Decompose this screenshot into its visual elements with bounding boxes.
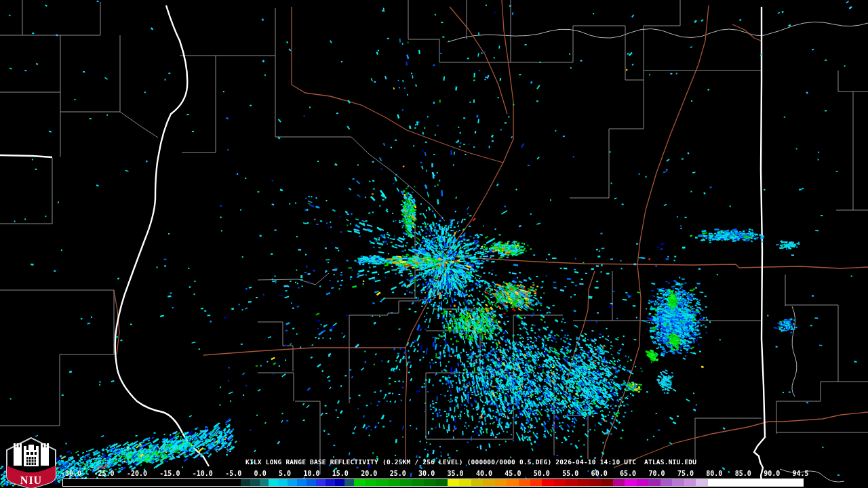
colorbar-segment [424,479,436,486]
colorbar-segment [507,479,519,486]
colorbar-segment [589,479,601,486]
colorbar-tick-label: 35.0 [448,470,464,477]
colorbar-segment [660,479,673,486]
colorbar-tick-label: 65.0 [620,470,636,477]
colorbar-tick-label: -30.0 [61,470,81,477]
colorbar-segment [63,479,241,486]
colorbar-tick-label: 15.0 [332,470,349,477]
colorbar-tick-label: -15.0 [159,470,180,477]
niu-logo: NIU [1,435,62,488]
colorbar-segment [471,479,484,486]
colorbar-tick-label: 10.0 [303,470,319,477]
colorbar-tick-labels: -30.0-25.0-20.0-15.0-10.0-5.00.05.010.01… [61,470,809,477]
colorbar-segment [625,479,637,486]
colorbar-segment [495,479,507,486]
colorbar-segment [412,479,425,486]
colorbar-tick-label: 50.0 [534,470,550,477]
colorbar-segment [260,479,269,486]
radar-echo-layer [0,0,868,488]
colorbar-tick-label: 70.0 [648,470,665,477]
colorbar-tick-label: -25.0 [94,470,114,477]
colorbar-segment [601,479,614,486]
colorbar-tick-label: 40.0 [476,470,492,477]
colorbar-segment [448,479,460,486]
niu-shield: NIU [7,438,56,488]
colorbar-tick-label: 80.0 [706,470,722,477]
colorbar-tick-label: 94.5 [793,470,809,477]
colorbar-segment [483,479,495,486]
radar-display: KILX LONG RANGE BASE REFLECTIVITY (0.25K… [0,0,868,488]
colorbar-tick-label: 60.0 [591,470,608,477]
colorbar-tick-label: 45.0 [505,470,521,477]
colorbar-segment [365,479,377,486]
colorbar-tick-label: -20.0 [127,470,147,477]
colorbar-tick-label: 85.0 [735,470,751,477]
colorbar-segment [269,479,278,486]
colorbar-segment [241,479,250,486]
colorbar-segment [613,479,625,486]
colorbar-segment [376,479,389,486]
colorbar-tick-label: -10.0 [193,470,213,477]
colorbar-segment [708,479,804,486]
colorbar-segment [297,479,307,486]
colorbar-segment [400,479,412,486]
colorbar-tick-label: 20.0 [361,470,377,477]
colorbar-tick-label: 55.0 [562,470,578,477]
colorbar-segment [530,479,542,486]
colorbar-segment [578,479,590,486]
colorbar-tick-label: 25.0 [390,470,406,477]
colorbar-segment [316,479,326,486]
colorbar-tick-label: 0.0 [254,470,267,477]
colorbar-segment [326,479,335,486]
colorbar-tick-label: 30.0 [418,470,435,477]
colorbar-segment [435,479,448,486]
product-title: KILX LONG RANGE BASE REFLECTIVITY (0.25K… [245,458,696,466]
colorbar-segment [459,479,471,486]
colorbar-segment [648,479,660,486]
colorbar-segment [566,479,578,486]
colorbar-segment [637,479,649,486]
colorbar-segment [344,479,354,486]
colorbar-segment [288,479,297,486]
colorbar-segment [542,479,554,486]
reflectivity-colorbar [62,479,804,487]
colorbar-segment [554,479,566,486]
logo-text: NIU [20,474,42,486]
colorbar-tick-label: 90.0 [764,470,780,477]
colorbar-segment [672,479,684,486]
colorbar-segment [696,479,708,486]
colorbar-segment [354,479,365,486]
colorbar-tick-label: 5.0 [279,470,291,477]
colorbar-segment [307,479,316,486]
colorbar-segment [335,479,344,486]
colorbar-segment [389,479,401,486]
colorbar-segment [684,479,696,486]
colorbar-tick-label: 75.0 [677,470,694,477]
colorbar-segment [519,479,531,486]
colorbar-segment [278,479,288,486]
colorbar-segment [250,479,260,486]
colorbar-tick-label: -5.0 [225,470,241,477]
